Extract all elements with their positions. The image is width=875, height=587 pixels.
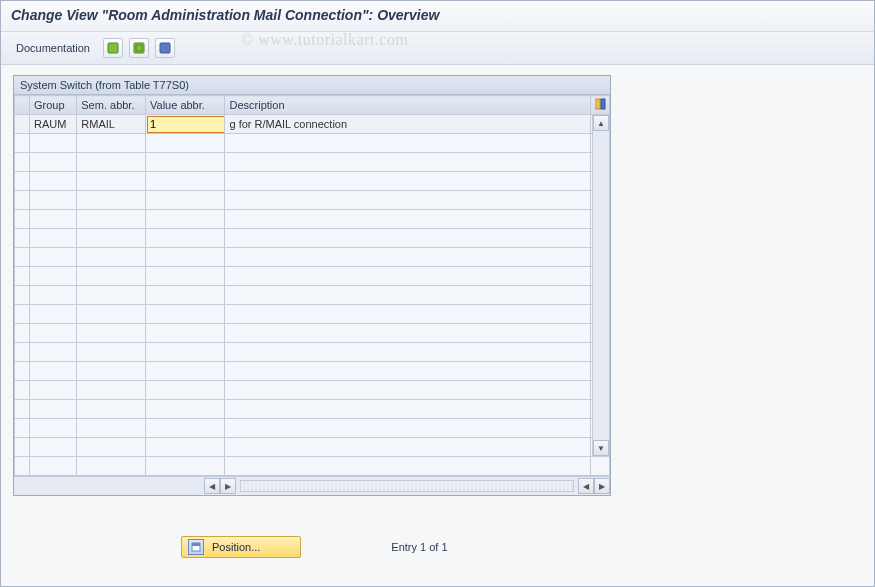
- scroll-up-icon[interactable]: ▲: [593, 115, 609, 131]
- row-selector-header[interactable]: [15, 96, 30, 115]
- svg-rect-4: [596, 99, 600, 109]
- vertical-scrollbar[interactable]: ▲ ▼: [592, 115, 609, 456]
- table-row[interactable]: [15, 172, 610, 191]
- table-row[interactable]: [15, 400, 610, 419]
- cell-group: RAUM: [30, 115, 77, 134]
- configure-columns-button[interactable]: [590, 96, 609, 115]
- table-row[interactable]: [15, 229, 610, 248]
- row-selector[interactable]: [15, 362, 30, 381]
- cell-sem-abbr: RMAIL: [77, 115, 146, 134]
- page-title: Change View "Room Administration Mail Co…: [1, 1, 874, 32]
- row-selector[interactable]: [15, 286, 30, 305]
- table-row[interactable]: [15, 286, 610, 305]
- row-selector[interactable]: [15, 115, 30, 134]
- row-selector[interactable]: [15, 400, 30, 419]
- row-selector[interactable]: [15, 381, 30, 400]
- scroll-track[interactable]: [240, 480, 574, 492]
- table-row[interactable]: [15, 248, 610, 267]
- row-selector[interactable]: [15, 343, 30, 362]
- col-header-value-abbr[interactable]: Value abbr.: [146, 96, 225, 115]
- table-row[interactable]: [15, 438, 610, 457]
- col-header-description[interactable]: Description: [225, 96, 590, 115]
- row-selector[interactable]: [15, 191, 30, 210]
- app-window: Change View "Room Administration Mail Co…: [0, 0, 875, 587]
- table-row[interactable]: [15, 362, 610, 381]
- scroll-left2-icon[interactable]: ◀: [578, 478, 594, 494]
- col-header-sem-abbr[interactable]: Sem. abbr.: [77, 96, 146, 115]
- select-all-icon[interactable]: [129, 38, 149, 58]
- data-grid: Group Sem. abbr. Value abbr. Description: [14, 95, 610, 476]
- toolbar: Documentation: [1, 32, 874, 65]
- svg-rect-9: [192, 543, 200, 546]
- table-row[interactable]: [15, 457, 610, 476]
- row-selector[interactable]: [15, 324, 30, 343]
- table-row[interactable]: [15, 381, 610, 400]
- row-selector[interactable]: [15, 438, 30, 457]
- col-header-group[interactable]: Group: [30, 96, 77, 115]
- table-row[interactable]: [15, 134, 610, 153]
- expand-all-icon[interactable]: [103, 38, 123, 58]
- entry-counter: Entry 1 of 1: [391, 541, 447, 553]
- scroll-down-icon[interactable]: ▼: [593, 440, 609, 456]
- table-row[interactable]: [15, 210, 610, 229]
- table-row[interactable]: [15, 305, 610, 324]
- grid-panel: System Switch (from Table T77S0) Group S…: [13, 75, 611, 496]
- scroll-right2-icon[interactable]: ▶: [594, 478, 610, 494]
- documentation-button[interactable]: Documentation: [9, 39, 97, 57]
- row-selector[interactable]: [15, 305, 30, 324]
- row-selector[interactable]: [15, 172, 30, 191]
- table-row[interactable]: RAUM RMAIL g for R/MAIL connection: [15, 115, 610, 134]
- scroll-left-icon[interactable]: ◀: [204, 478, 220, 494]
- position-icon: [188, 539, 204, 555]
- cell-description: g for R/MAIL connection: [225, 115, 590, 134]
- row-selector[interactable]: [15, 419, 30, 438]
- scroll-right-icon[interactable]: ▶: [220, 478, 236, 494]
- table-row[interactable]: [15, 153, 610, 172]
- table-row[interactable]: [15, 419, 610, 438]
- horizontal-scrollbar[interactable]: ◀ ▶ ◀ ▶: [14, 476, 610, 495]
- row-selector[interactable]: [15, 134, 30, 153]
- row-selector[interactable]: [15, 210, 30, 229]
- cell-value-abbr: [146, 115, 225, 134]
- deselect-all-icon[interactable]: [155, 38, 175, 58]
- row-selector[interactable]: [15, 267, 30, 286]
- position-button-label: Position...: [212, 541, 260, 553]
- row-selector[interactable]: [15, 229, 30, 248]
- svg-rect-0: [108, 43, 118, 53]
- table-row[interactable]: [15, 324, 610, 343]
- row-selector[interactable]: [15, 248, 30, 267]
- row-selector[interactable]: [15, 457, 30, 476]
- table-row[interactable]: [15, 267, 610, 286]
- svg-rect-5: [601, 99, 605, 109]
- table-row[interactable]: [15, 343, 610, 362]
- footer: Position... Entry 1 of 1: [1, 536, 874, 558]
- panel-title: System Switch (from Table T77S0): [14, 76, 610, 95]
- row-selector[interactable]: [15, 153, 30, 172]
- position-button[interactable]: Position...: [181, 536, 301, 558]
- svg-rect-3: [160, 43, 170, 53]
- svg-rect-2: [136, 45, 142, 51]
- value-abbr-input[interactable]: [147, 116, 225, 133]
- table-row[interactable]: [15, 191, 610, 210]
